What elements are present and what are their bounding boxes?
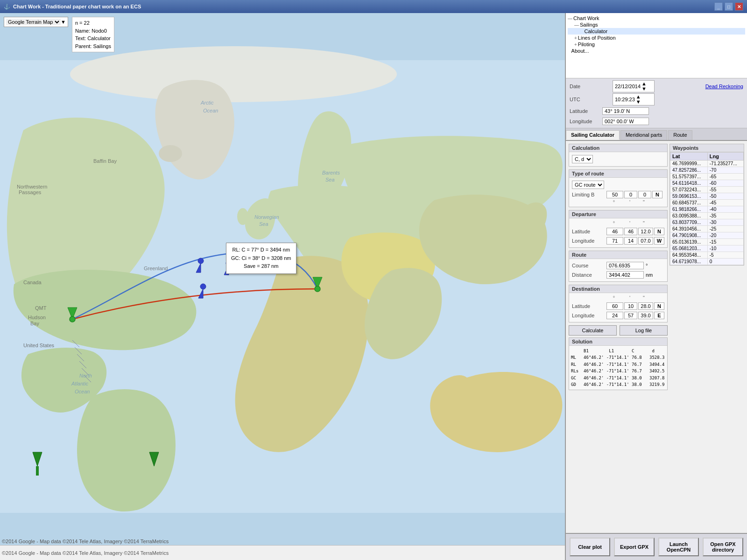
distance-input[interactable] (606, 271, 644, 279)
distance-label: Distance (572, 272, 605, 278)
tree-item-chartwork[interactable]: — Chart Work (568, 15, 745, 21)
expand-lop-icon[interactable]: + (574, 35, 577, 41)
table-row[interactable]: 65.0681203...-10 (670, 245, 744, 252)
svg-text:North: North (79, 373, 92, 378)
tree-item-piloting[interactable]: + Piloting (568, 41, 745, 48)
route-type-select[interactable]: GC route RL route (572, 181, 604, 189)
course-input[interactable] (606, 262, 644, 269)
expand-sailings-icon[interactable]: — (574, 22, 579, 28)
date-down-button[interactable]: ▼ (641, 86, 647, 91)
utc-value[interactable]: 10:29:23 ▲ ▼ (613, 93, 655, 105)
close-button[interactable]: ✕ (735, 2, 743, 11)
route-type-body: GC route RL route Limiting B (569, 178, 667, 207)
dep-lon-dms: W (606, 237, 664, 245)
map-type-select[interactable]: Google Terrain Map Google Street Map Goo… (6, 19, 61, 25)
dest-lon-label: Longitude (572, 313, 605, 318)
table-row[interactable]: 61.9818266...-40 (670, 206, 744, 213)
table-row[interactable]: 65.0136139...-15 (670, 239, 744, 245)
svg-rect-12 (36, 466, 39, 476)
dest-lat-deg-input[interactable] (606, 302, 623, 310)
titlebar: ⚓ Chart Work - Traditional paper chart w… (0, 0, 747, 13)
dest-lat-min-input[interactable] (624, 302, 637, 310)
course-label: Course (572, 263, 605, 268)
tree-item-lop[interactable]: + Lines of Position (568, 35, 745, 41)
table-row[interactable]: 57.0732243...-55 (670, 187, 744, 193)
svg-point-10 (200, 284, 206, 289)
table-row[interactable]: 63.8037709...-30 (670, 219, 744, 226)
expand-chartwork-icon[interactable]: — (568, 16, 572, 21)
dep-lat-min-input[interactable] (624, 228, 637, 235)
tree-item-calculator[interactable]: Calculator (568, 28, 745, 35)
latitude-label: Latitude (570, 108, 602, 114)
minimize-button[interactable]: _ (714, 2, 723, 11)
svg-text:QMT: QMT (35, 305, 47, 311)
expand-piloting-icon[interactable]: + (574, 42, 577, 47)
dep-lat-dir-button[interactable]: N (654, 228, 664, 235)
map-toolbar: Google Terrain Map Google Street Map Goo… (4, 17, 114, 52)
table-row[interactable]: 64.9553548...-5 (670, 252, 744, 259)
calculation-section-body: C, d RL GC (569, 152, 667, 166)
dest-lat-sec-input[interactable] (638, 302, 653, 310)
route-type-row: GC route RL route (572, 180, 664, 190)
dead-reckoning-link[interactable]: Dead Reckoning (705, 84, 743, 89)
table-row[interactable]: 60.6845737...-45 (670, 200, 744, 206)
expand-about-icon (568, 49, 571, 54)
svg-text:Hudson: Hudson (28, 315, 46, 320)
calculate-button[interactable]: Calculate (569, 325, 617, 336)
window-controls: _ □ ✕ (714, 2, 743, 11)
tree-item-sailings[interactable]: — Sailings (568, 21, 745, 28)
limiting-b-sec-input[interactable] (638, 191, 651, 198)
table-row[interactable]: 46.7699999...-71.235277... (670, 161, 744, 167)
limiting-b-deg-input[interactable] (606, 191, 623, 198)
dep-lon-min-input[interactable] (624, 237, 637, 245)
table-row[interactable]: 64.6719078...0 (670, 259, 744, 265)
export-gpx-button[interactable]: Export GPX (614, 538, 655, 556)
dep-lon-sec-input[interactable] (638, 237, 653, 245)
destination-section-title: Destination (569, 285, 667, 293)
waypoints-col-lng: Lng (707, 153, 743, 161)
clear-plot-button[interactable]: Clear plot (570, 538, 610, 556)
longitude-value: 002° 00.0' W (602, 118, 649, 125)
table-row[interactable]: 47.8257286...-70 (670, 167, 744, 174)
limiting-b-min-input[interactable] (624, 191, 637, 198)
svg-point-7 (315, 286, 320, 292)
tab-route[interactable]: Route (668, 130, 692, 140)
table-row[interactable]: 64.3910456...-25 (670, 226, 744, 232)
table-row[interactable]: 63.0095388...-35 (670, 213, 744, 219)
maximize-button[interactable]: □ (725, 2, 733, 11)
dest-lat-dir-button[interactable]: N (654, 302, 664, 310)
tooltip-rl: RL: C = 77° D = 3494 nm (231, 246, 291, 254)
dep-lon-deg-input[interactable] (606, 237, 623, 245)
launch-opencpn-button[interactable]: Launch OpenCPN (658, 538, 699, 556)
map-type-selector[interactable]: Google Terrain Map Google Street Map Goo… (4, 17, 68, 27)
dest-lon-sec-input[interactable] (638, 312, 653, 319)
table-row[interactable]: 59.0696153...-50 (670, 193, 744, 200)
table-row[interactable]: 54.6116418...-60 (670, 180, 744, 187)
route-section: Route Course ° Distance nm (569, 251, 668, 282)
tab-meridional-parts[interactable]: Meridional parts (620, 130, 667, 140)
dest-lon-deg-input[interactable] (606, 312, 623, 319)
dep-lat-sec-input[interactable] (638, 228, 653, 235)
table-row[interactable]: 51.5757397...-65 (670, 174, 744, 180)
calc-type-row: C, d RL GC (572, 154, 664, 164)
map-area[interactable]: Google Terrain Map Google Street Map Goo… (0, 13, 565, 560)
log-file-button[interactable]: Log file (620, 325, 668, 336)
table-row[interactable]: 64.7901908...-20 (670, 232, 744, 239)
date-value[interactable]: 22/12/2014 ▲ ▼ (613, 80, 655, 92)
waypoints-scroll[interactable]: Lat Lng 46.7699999...-71.235277...47.825… (670, 152, 744, 265)
dest-lon-dir-button[interactable]: E (654, 312, 664, 319)
departure-section-title: Departure (569, 210, 667, 218)
limiting-b-dir-button[interactable]: N (652, 191, 662, 198)
tab-sailing-calculator[interactable]: Sailing Calculator (566, 130, 620, 140)
dep-lon-dir-button[interactable]: W (654, 237, 664, 245)
dep-lat-deg-input[interactable] (606, 228, 623, 235)
open-gpx-button[interactable]: Open GPX directory (703, 538, 743, 556)
utc-down-button[interactable]: ▼ (636, 99, 641, 105)
dest-lon-min-input[interactable] (624, 312, 637, 319)
destination-section: Destination ° ' " Latitude (569, 285, 668, 322)
route-section-title: Route (569, 251, 667, 259)
svg-text:United States: United States (23, 343, 55, 348)
svg-point-8 (198, 258, 204, 264)
tree-item-about[interactable]: About... (568, 48, 745, 54)
calc-type-select[interactable]: C, d RL GC (572, 155, 593, 163)
